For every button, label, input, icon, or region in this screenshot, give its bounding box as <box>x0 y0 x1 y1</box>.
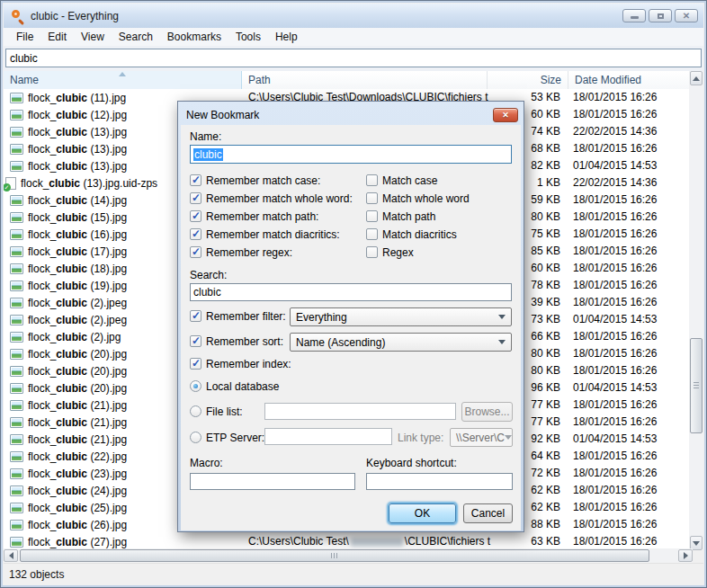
file-size: 80 KB <box>531 345 560 362</box>
link-type-dropdown[interactable]: \\Server\C <box>450 428 513 447</box>
horizontal-scroll-thumb[interactable] <box>20 549 649 562</box>
file-date: 18/01/2015 16:26 <box>573 465 657 482</box>
menu-bookmarks[interactable]: Bookmarks <box>160 29 228 45</box>
vertical-scrollbar[interactable] <box>689 71 703 550</box>
menu-help[interactable]: Help <box>268 29 305 45</box>
status-bar: 132 objects <box>4 563 703 584</box>
image-file-icon <box>10 332 23 343</box>
file-name: flock_clubic (17).jpg <box>28 245 127 258</box>
filter-dropdown[interactable]: Everything <box>290 307 512 326</box>
file-size: 68 KB <box>531 140 560 157</box>
file-size: 80 KB <box>531 362 560 379</box>
file-name: flock_clubic (20).jpg <box>28 348 127 361</box>
file-name: flock_clubic (16).jpg <box>28 228 127 241</box>
title-bar[interactable]: clubic - Everything ✕ <box>4 4 703 28</box>
remember-option-checkbox[interactable] <box>190 192 201 204</box>
macro-label: Macro: <box>190 457 223 469</box>
remember-option-label: Remember match diacritics: <box>206 228 340 241</box>
ok-button[interactable]: OK <box>389 503 456 523</box>
dialog-title-bar[interactable]: New Bookmark ✕ <box>181 104 521 125</box>
scroll-up-button[interactable] <box>690 71 703 85</box>
remember-option-checkbox[interactable] <box>190 228 201 240</box>
restore-button[interactable] <box>649 9 672 22</box>
file-list-label: File list: <box>206 405 243 418</box>
name-label: Name: <box>190 130 221 143</box>
macro-input[interactable] <box>190 473 355 490</box>
column-header-date-modified[interactable]: Date Modified <box>568 71 693 89</box>
match-option-checkbox[interactable] <box>366 246 378 258</box>
match-option-checkbox[interactable] <box>366 174 378 186</box>
remember-option-label: Remember match case: <box>206 174 320 187</box>
file-date: 18/01/2015 16:26 <box>573 448 657 465</box>
chevron-down-icon <box>498 315 506 319</box>
sort-dropdown[interactable]: Name (Ascending) <box>290 333 512 352</box>
chevron-down-icon <box>505 435 512 440</box>
file-date: 18/01/2015 16:26 <box>573 243 657 260</box>
search-input[interactable] <box>5 49 702 67</box>
image-file-icon <box>10 127 23 138</box>
column-header-size[interactable]: Size <box>488 71 568 89</box>
column-header-name[interactable]: Name <box>4 71 242 89</box>
file-name: flock_clubic (20).jpg <box>28 382 127 395</box>
image-file-icon <box>10 229 23 240</box>
menu-edit[interactable]: Edit <box>40 29 74 45</box>
file-size: 39 KB <box>531 294 560 311</box>
file-name: flock_clubic (2).jpeg <box>28 297 127 309</box>
horizontal-scrollbar[interactable] <box>4 548 693 563</box>
menu-view[interactable]: View <box>74 29 112 45</box>
scroll-right-button[interactable] <box>678 549 693 562</box>
search-label: Search: <box>190 269 227 281</box>
window-title: clubic - Everything <box>31 10 119 22</box>
column-header-path[interactable]: Path <box>242 71 488 89</box>
file-name: flock_clubic (11).jpg <box>28 92 126 104</box>
file-name: flock_clubic (18).jpg <box>28 263 127 275</box>
file-name: flock_clubic (21).jpg <box>28 399 127 412</box>
remember-index-checkbox[interactable] <box>190 358 201 370</box>
file-date: 18/01/2015 16:26 <box>573 209 657 226</box>
image-file-icon <box>10 315 23 325</box>
match-option-label: Match diacritics <box>382 228 457 241</box>
browse-button[interactable]: Browse... <box>461 402 513 422</box>
remember-option-label: Remember match path: <box>206 210 318 223</box>
remember-sort-checkbox[interactable] <box>190 335 201 347</box>
menu-tools[interactable]: Tools <box>228 29 268 45</box>
column-header-row: Name Path Size Date Modified <box>4 71 693 89</box>
file-list-radio[interactable] <box>190 405 201 417</box>
dialog-body: Name: clubic Remember match case:Match c… <box>181 125 521 530</box>
file-size: 59 KB <box>531 192 560 209</box>
image-file-icon <box>10 366 23 377</box>
file-list-input[interactable] <box>264 403 456 420</box>
image-file-icon <box>10 246 23 257</box>
arrow-right-icon <box>684 552 688 559</box>
file-name: flock_clubic (21).jpg <box>28 416 127 429</box>
remember-option-checkbox[interactable] <box>190 174 201 186</box>
file-size: 60 KB <box>531 106 560 123</box>
minimize-button[interactable] <box>622 9 646 22</box>
dialog-close-button[interactable]: ✕ <box>493 108 518 122</box>
match-option-checkbox[interactable] <box>366 192 378 204</box>
cancel-button[interactable]: Cancel <box>463 503 513 523</box>
bookmark-name-input[interactable]: clubic <box>190 145 512 164</box>
etp-server-radio[interactable] <box>190 432 201 443</box>
menu-search[interactable]: Search <box>112 29 160 45</box>
etp-server-input[interactable] <box>264 428 392 445</box>
link-type-label: Link type: <box>398 432 443 444</box>
file-date: 18/01/2015 16:26 <box>573 414 657 431</box>
vertical-scroll-thumb[interactable] <box>690 338 703 433</box>
bookmark-search-input[interactable]: clubic <box>190 283 512 301</box>
local-database-radio[interactable] <box>190 380 201 392</box>
scroll-left-button[interactable] <box>4 549 18 562</box>
remember-option-checkbox[interactable] <box>190 246 201 258</box>
close-button[interactable]: ✕ <box>675 9 698 22</box>
remember-option-checkbox[interactable] <box>190 210 201 222</box>
keyboard-shortcut-input[interactable] <box>366 473 513 490</box>
file-date: 18/01/2015 16:26 <box>573 516 657 533</box>
menu-file[interactable]: File <box>9 29 40 45</box>
remember-filter-checkbox[interactable] <box>190 310 201 322</box>
match-option-checkbox[interactable] <box>366 210 378 222</box>
file-size: 96 KB <box>531 379 560 396</box>
file-date: 18/01/2015 16:26 <box>573 396 657 414</box>
file-name: flock_clubic (21).jpg <box>28 433 127 446</box>
file-date: 18/01/2015 16:26 <box>573 260 657 277</box>
match-option-checkbox[interactable] <box>366 228 378 240</box>
